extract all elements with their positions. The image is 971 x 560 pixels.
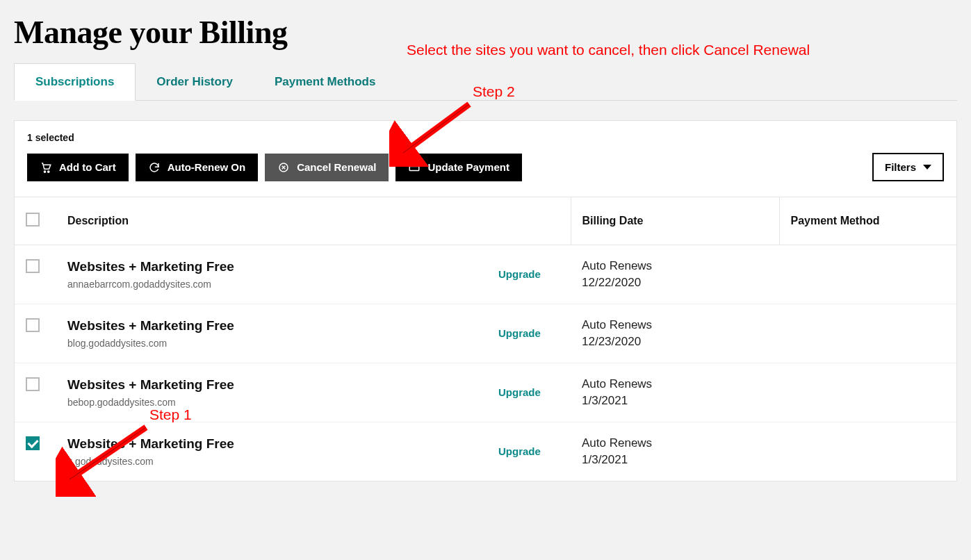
table-row: Websites + Marketing Freek.godaddysites.… [15,422,956,481]
table-row: Websites + Marketing Freeblog.godaddysit… [15,304,956,363]
update-payment-label: Update Payment [427,161,509,173]
auto-renew-on-label: Auto-Renew On [168,161,246,173]
credit-card-icon [408,161,421,174]
row-title: Websites + Marketing Free [67,259,476,274]
svg-point-1 [48,170,49,172]
billing-date: 12/22/2020 [582,276,768,290]
upgrade-link[interactable]: Upgrade [498,327,541,339]
billing-label: Auto Renews [582,377,768,391]
row-domain: bebop.godaddysites.com [67,397,476,408]
row-checkbox[interactable] [26,377,40,391]
filters-button[interactable]: Filters [872,153,944,181]
auto-renew-on-button[interactable]: Auto-Renew On [136,154,259,181]
filters-label: Filters [885,161,916,173]
upgrade-link[interactable]: Upgrade [498,268,541,280]
row-checkbox[interactable] [26,259,40,273]
svg-rect-3 [410,164,420,170]
billing-date: 1/3/2021 [582,453,768,467]
col-billing-date: Billing Date [571,197,779,245]
table-header-row: Description Billing Date Payment Method [15,197,956,245]
cart-icon [40,161,52,174]
payment-method-cell [779,304,956,363]
row-title: Websites + Marketing Free [67,436,476,452]
page-title: Manage your Billing [14,14,957,51]
cancel-renewal-button[interactable]: Cancel Renewal [265,154,389,181]
refresh-icon [148,161,161,174]
upgrade-link[interactable]: Upgrade [498,386,541,398]
add-to-cart-button[interactable]: Add to Cart [27,154,129,181]
upgrade-link[interactable]: Upgrade [498,445,541,457]
tab-bar: Subscriptions Order History Payment Meth… [14,63,957,101]
payment-method-cell [779,363,956,422]
col-description: Description [56,197,487,245]
row-title: Websites + Marketing Free [67,377,476,393]
billing-date: 1/3/2021 [582,394,768,408]
billing-label: Auto Renews [582,318,768,332]
col-payment-method: Payment Method [779,197,956,245]
billing-label: Auto Renews [582,259,768,273]
select-all-checkbox[interactable] [26,213,40,227]
row-title: Websites + Marketing Free [67,318,476,333]
payment-method-cell [779,422,956,481]
toolbar-buttons: Add to Cart Auto-Renew On Cancel Renewal [27,153,944,181]
row-checkbox[interactable] [26,318,40,332]
table-row: Websites + Marketing Freeannaebarrcom.go… [15,245,956,304]
cancel-renewal-label: Cancel Renewal [297,161,376,173]
payment-method-cell [779,245,956,304]
row-domain: k.godaddysites.com [67,456,476,467]
row-domain: blog.godaddysites.com [67,338,476,349]
table-row: Websites + Marketing Freebebop.godaddysi… [15,363,956,422]
tab-subscriptions[interactable]: Subscriptions [14,63,136,101]
cancel-circle-icon [277,161,290,174]
add-to-cart-label: Add to Cart [59,161,116,173]
row-checkbox[interactable] [26,436,40,450]
row-domain: annaebarrcom.godaddysites.com [67,279,476,290]
col-upgrade [487,197,571,245]
tab-payment-methods[interactable]: Payment Methods [254,63,396,100]
billing-date: 12/23/2020 [582,335,768,349]
billing-label: Auto Renews [582,436,768,450]
subscriptions-table: Description Billing Date Payment Method … [15,197,956,481]
toolbar: 1 selected Add to Cart Auto-Renew On [15,121,956,197]
selected-count: 1 selected [27,132,944,143]
subscriptions-panel: 1 selected Add to Cart Auto-Renew On [14,120,957,481]
chevron-down-icon [923,165,931,170]
tab-order-history[interactable]: Order History [136,63,254,100]
update-payment-button[interactable]: Update Payment [395,154,522,181]
svg-point-0 [44,170,45,172]
